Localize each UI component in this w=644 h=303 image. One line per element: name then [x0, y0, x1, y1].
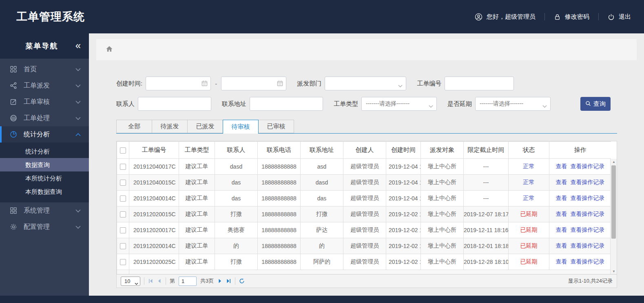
sidebar-item-label: 工单派发: [24, 81, 75, 90]
row-checkbox[interactable]: [120, 195, 126, 202]
cell-contact: das: [215, 191, 258, 206]
home-icon[interactable]: [105, 45, 113, 55]
cell-created-time: 2019-12-04 15: [386, 175, 421, 191]
order-type-select[interactable]: -------请选择-------: [361, 97, 437, 111]
view-log-link[interactable]: 查看操作记录: [571, 179, 605, 185]
order-no-input[interactable]: [445, 77, 514, 90]
chevron-down-icon: [75, 207, 81, 214]
address-label: 联系地址: [222, 100, 246, 108]
row-checkbox[interactable]: [120, 259, 126, 265]
sidebar-item-review[interactable]: 工单审核: [0, 94, 89, 110]
cell-contact: 打撒: [215, 206, 258, 222]
select-all-checkbox[interactable]: [120, 147, 126, 154]
create-time-start-field: [146, 77, 211, 90]
view-link[interactable]: 查看: [556, 195, 567, 201]
view-link[interactable]: 查看: [556, 258, 567, 265]
order-no-label: 工单编号: [417, 80, 441, 88]
search-button[interactable]: 查询: [580, 97, 611, 111]
vertical-scrollbar[interactable]: ▲ ▼: [610, 159, 617, 274]
delay-select[interactable]: -------请选择-------: [475, 97, 551, 111]
prev-page-button[interactable]: [157, 279, 162, 283]
cell-actions: 查看查看操作记录: [549, 191, 611, 206]
sidebar-subitem-statistics[interactable]: 统计分析: [0, 145, 89, 158]
row-checkbox[interactable]: [120, 227, 126, 233]
first-page-button[interactable]: [148, 279, 153, 283]
chevron-down-icon: [75, 223, 81, 231]
row-select-cell: [117, 159, 129, 175]
cell-phone: 18888888888: [258, 206, 301, 222]
view-link[interactable]: 查看: [556, 226, 567, 233]
column-header: 限定截止时间: [464, 142, 509, 159]
sidebar-item-home[interactable]: 首页: [0, 61, 89, 77]
view-link[interactable]: 查看: [556, 242, 567, 249]
page-number-input[interactable]: [179, 277, 197, 286]
logout-link[interactable]: 退出: [608, 13, 631, 21]
filter-row-1: 创建时间: -: [116, 77, 617, 90]
view-log-link[interactable]: 查看操作记录: [571, 242, 605, 249]
scrollbar-thumb[interactable]: [611, 165, 616, 239]
scroll-up-arrow-icon[interactable]: ▲: [611, 159, 617, 165]
view-log-link[interactable]: 查看操作记录: [571, 163, 605, 169]
view-log-link[interactable]: 查看操作记录: [571, 226, 605, 233]
sidebar-subitem-local-data-query[interactable]: 本所数据查询: [0, 185, 89, 198]
sidebar-item-dispatch[interactable]: 工单派发: [0, 77, 89, 94]
page-size-select[interactable]: 10: [121, 277, 140, 286]
cell-phone: 18888888888: [258, 175, 301, 191]
tab-dispatched[interactable]: 已派发: [187, 120, 223, 133]
sidebar-item-system[interactable]: 系统管理: [0, 202, 89, 219]
scroll-down-arrow-icon[interactable]: ▼: [611, 268, 617, 274]
row-select-cell: [117, 175, 129, 191]
sidebar-item-config[interactable]: 配置管理: [0, 219, 89, 235]
tab-to-dispatch[interactable]: 待派发: [152, 120, 188, 133]
cell-created-time: 2019-12-04 15: [386, 159, 421, 175]
sidebar-subitem-local-statistics[interactable]: 本所统计分析: [0, 171, 89, 185]
last-page-button[interactable]: [226, 279, 231, 283]
dept-select[interactable]: [325, 77, 406, 90]
view-link[interactable]: 查看: [556, 211, 567, 217]
cell-dispatch-target: 墩上中心所: [421, 159, 464, 175]
table-scroll-area: 工单编号 工单类型 联系人 联系电话 联系地址 创建人 创建时间 派发对象 限定…: [117, 141, 611, 274]
address-input[interactable]: [250, 97, 323, 111]
view-link[interactable]: 查看: [556, 179, 567, 185]
cell-order-type: 建议工单: [179, 191, 215, 206]
status-badge: 已延期: [509, 206, 549, 222]
divider: [544, 13, 545, 20]
view-log-link[interactable]: 查看操作记录: [571, 195, 605, 201]
row-checkbox[interactable]: [120, 211, 126, 217]
contact-input[interactable]: [138, 97, 211, 111]
collapse-sidebar-icon[interactable]: «: [75, 41, 81, 50]
user-greeting: 您好，超级管理员: [475, 13, 536, 21]
cell-created-time: 2019-12-02 16: [386, 238, 421, 254]
sidebar-subitem-data-query[interactable]: 数据查询: [0, 158, 89, 171]
tab-to-review[interactable]: 待审核: [223, 120, 259, 134]
cell-actions: 查看查看操作记录: [549, 222, 611, 238]
tab-all[interactable]: 全部: [116, 120, 152, 133]
chevron-down-icon: [75, 98, 81, 105]
calendar-icon[interactable]: [277, 80, 283, 88]
table-row: 201912040015C建议工单das18888888888dasd超级管理员…: [117, 175, 611, 191]
cell-actions: 查看查看操作记录: [549, 159, 611, 175]
cell-created-time: 2019-12-02 16: [386, 206, 421, 222]
change-password-link[interactable]: 修改密码: [554, 13, 589, 21]
tab-reviewed[interactable]: 已审核: [258, 120, 294, 133]
cell-order-type: 建议工单: [179, 254, 215, 270]
column-header: 联系人: [215, 142, 258, 159]
row-checkbox[interactable]: [120, 180, 126, 186]
cell-contact: 奥德赛: [215, 222, 258, 238]
sidebar-item-process[interactable]: 工单处理: [0, 110, 89, 126]
view-log-link[interactable]: 查看操作记录: [571, 258, 605, 265]
row-checkbox[interactable]: [120, 164, 126, 170]
column-header: 创建时间: [386, 142, 421, 159]
sidebar-item-label: 工单审核: [24, 98, 75, 106]
row-select-cell: [117, 270, 129, 274]
next-page-button[interactable]: [217, 279, 222, 283]
row-checkbox[interactable]: [120, 243, 126, 249]
table-row: 201912020015C建议工单打撒18888888888打撒超级管理员201…: [117, 206, 611, 222]
calendar-icon[interactable]: [201, 80, 208, 88]
view-log-link[interactable]: 查看操作记录: [571, 211, 605, 217]
view-link[interactable]: 查看: [556, 163, 567, 169]
refresh-button[interactable]: [239, 278, 245, 284]
sidebar-item-statistics[interactable]: 统计分析: [0, 126, 89, 143]
cell-dispatch-target: 墩上中心所: [421, 238, 464, 254]
delay-label: 是否延期: [447, 100, 472, 108]
